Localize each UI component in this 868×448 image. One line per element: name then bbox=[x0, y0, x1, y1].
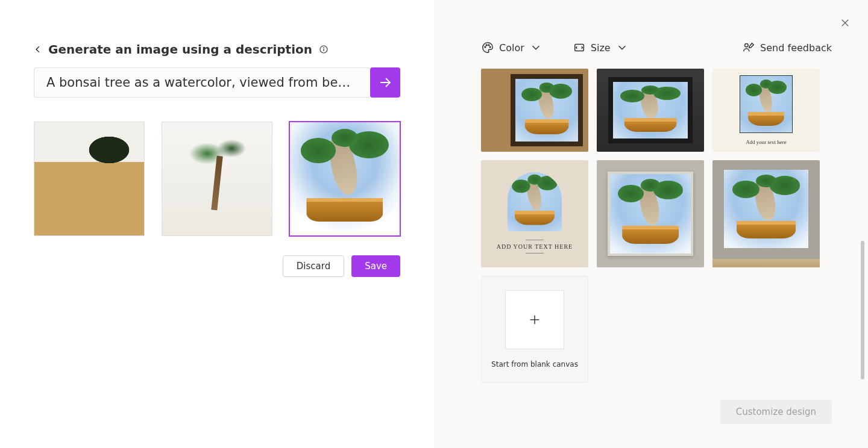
template-arched-card[interactable]: ADD YOUR TEXT HERE bbox=[481, 160, 588, 267]
arrow-right-icon bbox=[378, 75, 392, 90]
svg-point-11 bbox=[745, 44, 749, 48]
blank-canvas-label: Start from blank canvas bbox=[491, 360, 578, 369]
page-header: Generate an image using a description bbox=[34, 42, 400, 57]
feedback-icon bbox=[742, 41, 755, 54]
send-feedback[interactable]: Send feedback bbox=[742, 41, 832, 54]
generated-results bbox=[34, 122, 400, 236]
result-image-2[interactable] bbox=[162, 122, 272, 236]
plus-icon bbox=[528, 313, 541, 326]
svg-point-7 bbox=[486, 45, 487, 46]
result-image-1[interactable] bbox=[34, 122, 145, 236]
template-brick-wall[interactable] bbox=[597, 69, 704, 152]
size-filter[interactable]: Size bbox=[573, 41, 629, 54]
template-grid: Add your text here ADD YOUR TEXT HERE St… bbox=[434, 69, 868, 383]
result-image-3[interactable] bbox=[289, 122, 400, 236]
template-shelf[interactable] bbox=[712, 160, 820, 267]
customize-design-button[interactable]: Customize design bbox=[720, 400, 832, 424]
save-button[interactable]: Save bbox=[351, 255, 400, 277]
template-wood-frame[interactable] bbox=[481, 69, 588, 152]
svg-point-2 bbox=[323, 48, 324, 48]
scrollbar[interactable] bbox=[861, 241, 864, 379]
generator-pane: Generate an image using a description bbox=[0, 0, 434, 448]
svg-point-8 bbox=[488, 45, 489, 46]
page-title: Generate an image using a description bbox=[48, 42, 312, 57]
color-filter-label: Color bbox=[499, 42, 524, 54]
prompt-row bbox=[34, 67, 400, 98]
chevron-down-icon bbox=[529, 41, 542, 54]
send-feedback-label: Send feedback bbox=[760, 42, 832, 54]
result-actions: Discard Save bbox=[34, 255, 400, 277]
svg-point-9 bbox=[489, 46, 491, 48]
close-button[interactable] bbox=[837, 14, 854, 31]
discard-button[interactable]: Discard bbox=[283, 255, 344, 277]
template-matte-frame[interactable] bbox=[597, 160, 704, 267]
template-4-text: ADD YOUR TEXT HERE bbox=[497, 237, 573, 256]
size-icon bbox=[573, 41, 586, 54]
templates-toolbar: Color Size Send feedback bbox=[434, 0, 868, 69]
size-filter-label: Size bbox=[591, 42, 611, 54]
close-icon bbox=[840, 17, 851, 28]
blank-canvas-tile bbox=[505, 290, 564, 349]
color-filter[interactable]: Color bbox=[481, 41, 542, 54]
template-3-text: Add your text here bbox=[746, 139, 787, 145]
generate-button[interactable] bbox=[370, 67, 400, 98]
info-icon[interactable] bbox=[318, 44, 329, 55]
prompt-input[interactable] bbox=[34, 67, 370, 98]
back-chevron-icon[interactable] bbox=[34, 45, 42, 54]
start-blank-canvas[interactable]: Start from blank canvas bbox=[481, 276, 588, 383]
svg-point-6 bbox=[485, 46, 486, 48]
chevron-down-icon bbox=[615, 41, 629, 54]
templates-pane: Color Size Send feedback bbox=[434, 0, 868, 448]
template-cream-card[interactable]: Add your text here bbox=[712, 69, 820, 152]
palette-icon bbox=[481, 41, 494, 54]
